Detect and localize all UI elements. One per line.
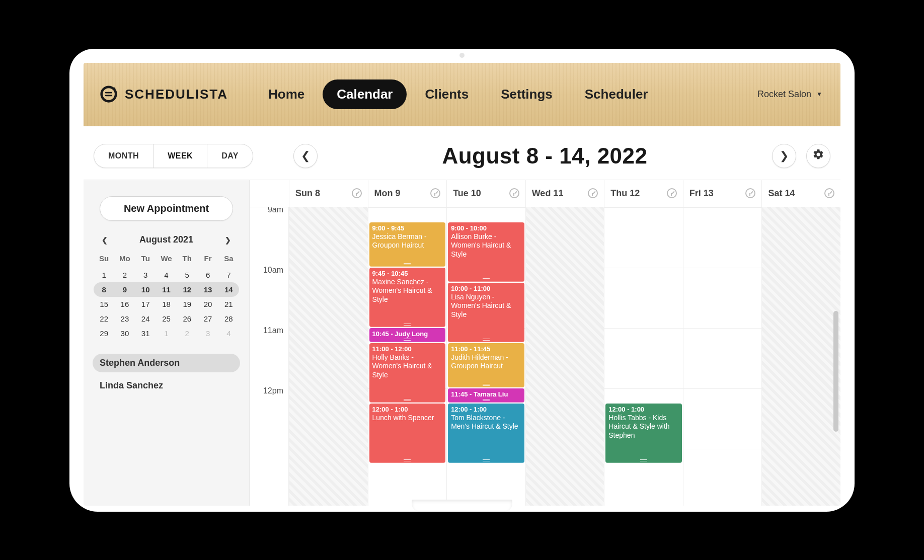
day-column[interactable]: 9:00 - 9:45Jessica Berman - Groupon Hair… xyxy=(368,207,447,506)
minical-day[interactable]: 3 xyxy=(197,326,218,341)
minical-day[interactable]: 24 xyxy=(135,311,156,326)
clock-icon[interactable] xyxy=(430,188,440,198)
day-column[interactable]: 9:00 - 10:00Allison Burke - Women's Hair… xyxy=(446,207,525,506)
calendar-event[interactable]: 10:00 - 11:00Lisa Nguyen - Women's Hairc… xyxy=(448,283,524,342)
view-month-button[interactable]: MONTH xyxy=(94,144,153,168)
calendar-event[interactable]: 12:00 - 1:00Hollis Tabbs - Kids Haircut … xyxy=(605,404,682,463)
nav-scheduler[interactable]: Scheduler xyxy=(571,79,662,109)
day-header[interactable]: Fri 13 xyxy=(683,180,762,207)
day-header[interactable]: Thu 12 xyxy=(604,180,683,207)
minical-day[interactable]: 13 xyxy=(197,282,218,297)
view-day-button[interactable]: DAY xyxy=(207,144,253,168)
event-time: 9:00 - 9:45 xyxy=(372,224,443,232)
minical-day[interactable]: 16 xyxy=(114,297,135,311)
minical-day[interactable]: 12 xyxy=(177,282,197,297)
next-week-button[interactable]: ❯ xyxy=(772,144,796,168)
minical-day[interactable]: 31 xyxy=(135,326,156,341)
hour-label: 12pm xyxy=(250,383,288,444)
clock-icon[interactable] xyxy=(509,188,519,198)
clock-icon[interactable] xyxy=(352,188,362,198)
clock-icon[interactable] xyxy=(824,188,834,198)
minical-day[interactable]: 14 xyxy=(218,282,239,297)
calendar-settings-button[interactable] xyxy=(806,144,830,168)
resize-handle-icon[interactable] xyxy=(404,399,411,402)
scrollbar-thumb[interactable] xyxy=(833,311,838,432)
day-column[interactable] xyxy=(761,207,840,506)
calendar-event[interactable]: 9:45 - 10:45Maxine Sanchez - Women's Hai… xyxy=(369,268,446,327)
resize-handle-icon[interactable] xyxy=(483,339,490,341)
resize-handle-icon[interactable] xyxy=(404,339,411,341)
nav-calendar[interactable]: Calendar xyxy=(323,79,407,109)
minical-day[interactable]: 20 xyxy=(197,297,218,311)
minical-day[interactable]: 22 xyxy=(94,311,114,326)
minical-day[interactable]: 10 xyxy=(135,282,156,297)
nav-home[interactable]: Home xyxy=(254,79,319,109)
resize-handle-icon[interactable] xyxy=(483,459,490,462)
account-menu[interactable]: Rocket Salon ▼ xyxy=(757,89,822,100)
minical-day[interactable]: 2 xyxy=(114,268,135,282)
minical-day[interactable]: 15 xyxy=(94,297,114,311)
calendar-event[interactable]: 9:00 - 10:00Allison Burke - Women's Hair… xyxy=(448,222,524,282)
minical-day[interactable]: 26 xyxy=(177,311,197,326)
day-header[interactable]: Sat 14 xyxy=(761,180,840,207)
resize-handle-icon[interactable] xyxy=(483,384,490,386)
day-header[interactable]: Wed 11 xyxy=(525,180,604,207)
calendar-event[interactable]: 9:00 - 9:45Jessica Berman - Groupon Hair… xyxy=(369,222,446,267)
minical-day[interactable]: 6 xyxy=(197,268,218,282)
minical-day[interactable]: 30 xyxy=(114,326,135,341)
resize-handle-icon[interactable] xyxy=(404,324,411,326)
calendar-event[interactable]: 11:45 - Tamara Liu xyxy=(448,388,524,403)
day-column[interactable] xyxy=(525,207,604,506)
minical-day[interactable]: 2 xyxy=(177,326,197,341)
minical-day[interactable]: 4 xyxy=(218,326,239,341)
minical-day[interactable]: 27 xyxy=(197,311,218,326)
minical-day[interactable]: 11 xyxy=(156,282,177,297)
day-header[interactable]: Mon 9 xyxy=(368,180,447,207)
staff-item[interactable]: Stephen Anderson xyxy=(93,354,240,372)
minical-day[interactable]: 5 xyxy=(177,268,197,282)
minical-day[interactable]: 28 xyxy=(218,311,239,326)
minical-day[interactable]: 18 xyxy=(156,297,177,311)
minical-day[interactable]: 4 xyxy=(156,268,177,282)
minical-prev-button[interactable]: ❮ xyxy=(98,234,112,246)
nav-clients[interactable]: Clients xyxy=(411,79,483,109)
minical-day[interactable]: 3 xyxy=(135,268,156,282)
calendar-event[interactable]: 11:00 - 12:00Holly Banks - Women's Hairc… xyxy=(369,343,446,403)
clock-icon[interactable] xyxy=(588,188,598,198)
minical-day[interactable]: 17 xyxy=(135,297,156,311)
minical-day[interactable]: 21 xyxy=(218,297,239,311)
day-header[interactable]: Tue 10 xyxy=(446,180,525,207)
minical-dow: Th xyxy=(177,251,197,268)
minical-day[interactable]: 1 xyxy=(94,268,114,282)
calendar-event[interactable]: 11:00 - 11:45Judith Hilderman - Groupon … xyxy=(448,343,524,387)
clock-icon[interactable] xyxy=(667,188,677,198)
calendar-event[interactable]: 12:00 - 1:00Lunch with Spencer xyxy=(369,404,446,463)
minical-day[interactable]: 19 xyxy=(177,297,197,311)
minical-day[interactable]: 29 xyxy=(94,326,114,341)
prev-week-button[interactable]: ❮ xyxy=(293,144,318,168)
minical-next-button[interactable]: ❯ xyxy=(221,234,235,246)
minical-day[interactable]: 8 xyxy=(94,282,114,297)
resize-handle-icon[interactable] xyxy=(640,459,647,462)
staff-item[interactable]: Linda Sanchez xyxy=(93,376,240,395)
day-column[interactable] xyxy=(289,207,368,506)
day-header[interactable]: Sun 8 xyxy=(289,180,368,207)
resize-handle-icon[interactable] xyxy=(404,263,411,266)
calendar-event[interactable]: 10:45 - Judy Long xyxy=(369,328,446,342)
resize-handle-icon[interactable] xyxy=(483,278,490,281)
minical-day[interactable]: 9 xyxy=(114,282,135,297)
day-column[interactable]: 12:00 - 1:00Hollis Tabbs - Kids Haircut … xyxy=(604,207,683,506)
minical-day[interactable]: 7 xyxy=(218,268,239,282)
calendar-event[interactable]: 12:00 - 1:00Tom Blackstone - Men's Hairc… xyxy=(448,404,524,463)
view-week-button[interactable]: WEEK xyxy=(153,144,207,168)
brand[interactable]: SCHEDULISTA xyxy=(99,84,228,104)
resize-handle-icon[interactable] xyxy=(483,399,490,402)
minical-day[interactable]: 25 xyxy=(156,311,177,326)
resize-handle-icon[interactable] xyxy=(404,459,411,462)
minical-day[interactable]: 1 xyxy=(156,326,177,341)
minical-day[interactable]: 23 xyxy=(114,311,135,326)
day-column[interactable] xyxy=(683,207,762,506)
clock-icon[interactable] xyxy=(745,188,755,198)
new-appointment-button[interactable]: New Appointment xyxy=(100,196,233,221)
nav-settings[interactable]: Settings xyxy=(487,79,567,109)
